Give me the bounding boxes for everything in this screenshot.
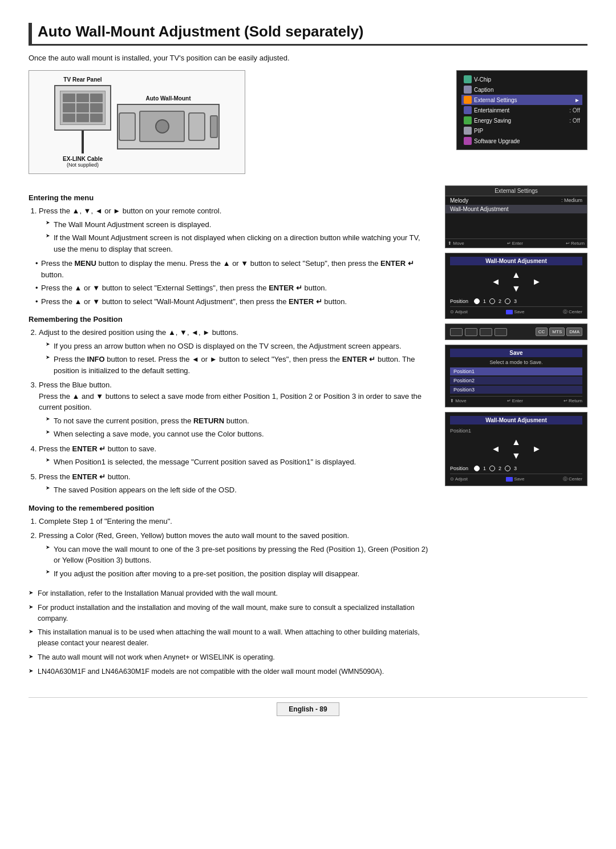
- osd1-software: Software Upgrade: [461, 136, 582, 146]
- remembering-step3: Press the Blue button. Press the ▲ and ▼…: [39, 379, 433, 440]
- btn-dark3: [480, 328, 492, 336]
- osd1-panel: V-Chip Caption External Settings ► Enter…: [456, 70, 587, 150]
- entering-step1-sub1: The Wall Mount Adjustment screen is disp…: [46, 219, 433, 231]
- osd5-title: Wall-Mount Adjusment: [450, 416, 582, 424]
- remembering-step2: Adjust to the desired position using the…: [39, 327, 433, 376]
- osd3-adjust: ⊙ Adjust: [450, 309, 468, 315]
- osd4-enter: ↵ Enter: [507, 398, 523, 403]
- osd3-up-arrow: ▲: [512, 270, 521, 280]
- osd3-navbar: ⊙ Adjust Save ⓪ Center: [450, 306, 582, 315]
- osd4-pos1: Position1: [450, 367, 582, 375]
- color-buttons-container: CC MTS DMA: [445, 324, 587, 340]
- diagram-box: TV Rear Panel EX-LINK Cable (Not supplie…: [29, 70, 245, 174]
- tv-rear-panel: TV Rear Panel EX-LINK Cable (Not supplie…: [54, 76, 111, 168]
- osd3-left-arrow: ◄: [491, 277, 500, 287]
- note-4: The auto wall mount will not work when A…: [29, 652, 433, 663]
- entering-step1: Press the ▲, ▼, ◄ or ► button on your re…: [39, 205, 433, 254]
- osd5-arrows: ◄ ▲ ▼ ►: [450, 435, 582, 463]
- remembering-step3-sub2: When selecting a save mode, you cannot u…: [46, 428, 433, 440]
- entering-bullet1: Press the MENU button to display the men…: [35, 258, 433, 280]
- remembering-list: Adjust to the desired position using the…: [29, 327, 433, 496]
- osd2-wma: Wall-Mount Adjustment: [445, 205, 587, 213]
- osd3-pos3: [505, 298, 510, 304]
- osd5-down-arrow: ▼: [512, 451, 521, 461]
- instructions: Entering the menu Press the ▲, ▼, ◄ or ►…: [29, 185, 433, 680]
- osd1-vchip: V-Chip: [461, 74, 582, 84]
- page-number: 89: [319, 705, 327, 713]
- moving-step2-sub2: If you adjust the position after moving …: [46, 568, 433, 580]
- cc-mts-dma: CC MTS DMA: [536, 328, 582, 336]
- osd1-caption: Caption: [461, 84, 582, 95]
- osd4-navbar: ⬆ Move ↵ Enter ↩ Return: [450, 396, 582, 403]
- dma-btn: DMA: [566, 328, 582, 336]
- btn-dark4: [495, 328, 507, 336]
- remembering-step2-sub2: Press the INFO button to reset. Press th…: [46, 354, 433, 376]
- entering-menu-list: Press the ▲, ▼, ◄ or ► button on your re…: [29, 205, 433, 254]
- osd3-save: Save: [506, 309, 524, 315]
- osd3-position-row: Position 1 2 3: [450, 298, 582, 304]
- osd2-header: External Settings: [445, 186, 587, 196]
- remembering-heading: Remembering the Position: [29, 315, 433, 324]
- osd5-right-arrow: ►: [532, 444, 541, 454]
- remembering-step4: Press the ENTER ↵ button to save. When P…: [39, 443, 433, 468]
- osd4-pos3: Position3: [450, 386, 582, 394]
- osd4-pos2: Position2: [450, 377, 582, 385]
- footer: English - 89: [29, 697, 587, 716]
- intro-text: Once the auto wall mount is installed, y…: [29, 54, 587, 62]
- osd1-pip: PIP: [461, 126, 582, 136]
- osd2-move: ⬆ Move: [448, 241, 464, 246]
- osd5-panel: Wall-Mount Adjusment Position1 ◄ ▲ ▼ ► P…: [445, 412, 587, 486]
- osd4-move: ⬆ Move: [450, 398, 467, 403]
- osd2-melody: Melody : Medium: [445, 196, 587, 205]
- osd5-blue-btn: [506, 477, 513, 482]
- osd5-left-arrow: ◄: [491, 444, 500, 454]
- osd5-pos3: [505, 466, 510, 471]
- osd5-position-row: Position 1 2 3: [450, 466, 582, 471]
- osd3-pos2: [489, 298, 495, 304]
- language-page-box: English - 89: [277, 702, 339, 716]
- osd3-blue-btn: [506, 310, 513, 314]
- osd3-arrows: ◄ ▲ ▼ ►: [450, 268, 582, 296]
- right-panels: External Settings Melody : Medium Wall-M…: [445, 185, 587, 680]
- notes-list: For installation, refer to the Installat…: [29, 588, 433, 677]
- btn-dark1: [450, 328, 463, 336]
- tv-label: TV Rear Panel: [54, 76, 111, 83]
- wall-mount-image: [117, 104, 220, 149]
- osd5-pos1-label: Position1: [450, 427, 582, 435]
- note-1: For installation, refer to the Installat…: [29, 588, 433, 599]
- osd2-panel: External Settings Melody : Medium Wall-M…: [445, 185, 587, 248]
- page-title: Auto Wall-Mount Adjustment (Sold separat…: [29, 23, 587, 46]
- moving-list: Complete Step 1 of "Entering the menu". …: [29, 516, 433, 580]
- osd5-pos2: [489, 466, 495, 471]
- moving-heading: Moving to the remembered position: [29, 504, 433, 512]
- osd1-container: V-Chip Caption External Settings ► Enter…: [456, 70, 587, 174]
- osd4-return: ↩ Return: [564, 398, 582, 403]
- cc-btn: CC: [536, 328, 548, 336]
- cable-label: EX-LINK Cable: [63, 156, 103, 162]
- note-3: This installation manual is to be used w…: [29, 627, 433, 649]
- cable-sublabel: (Not supplied): [67, 162, 99, 168]
- remembering-step5-sub1: The saved Position appears on the left s…: [46, 484, 433, 496]
- remembering-step3-sub1: To not save the current position, press …: [46, 415, 433, 427]
- osd5-center: ⓪ Center: [563, 476, 582, 482]
- osd5-navbar: ⊙ Adjust Save ⓪ Center: [450, 474, 582, 482]
- osd5-adjust: ⊙ Adjust: [450, 476, 468, 482]
- remembering-step4-sub1: When Position1 is selected, the message …: [46, 456, 433, 468]
- wall-mount-box: Auto Wall-Mount: [117, 95, 220, 149]
- osd3-panel: Wall-Mount Adjusment ◄ ▲ ▼ ► Position 1 …: [445, 253, 587, 319]
- moving-step1: Complete Step 1 of "Entering the menu".: [39, 516, 433, 527]
- entering-bullets: Press the MENU button to display the men…: [29, 258, 433, 307]
- osd2-navbar: ⬆ Move ↵ Enter ↩ Return: [445, 238, 587, 248]
- osd3-center: ⓪ Center: [563, 309, 582, 315]
- entering-step1-sub2: If the Wall Mount Adjustment screen is n…: [46, 232, 433, 254]
- entering-bullet3: Press the ▲ or ▼ button to select "Wall-…: [35, 296, 433, 308]
- osd4-panel: Save Select a mode to Save. Position1 Po…: [445, 345, 587, 407]
- wm-label: Auto Wall-Mount: [117, 95, 220, 102]
- note-2: For product installation and the install…: [29, 603, 433, 624]
- osd3-title: Wall-Mount Adjusment: [450, 257, 582, 265]
- osd5-up-arrow: ▲: [512, 437, 521, 447]
- osd5-save: Save: [506, 476, 524, 482]
- osd4-subtitle: Select a mode to Save.: [450, 359, 582, 365]
- btn-dark2: [465, 328, 477, 336]
- language-label: English: [289, 705, 313, 713]
